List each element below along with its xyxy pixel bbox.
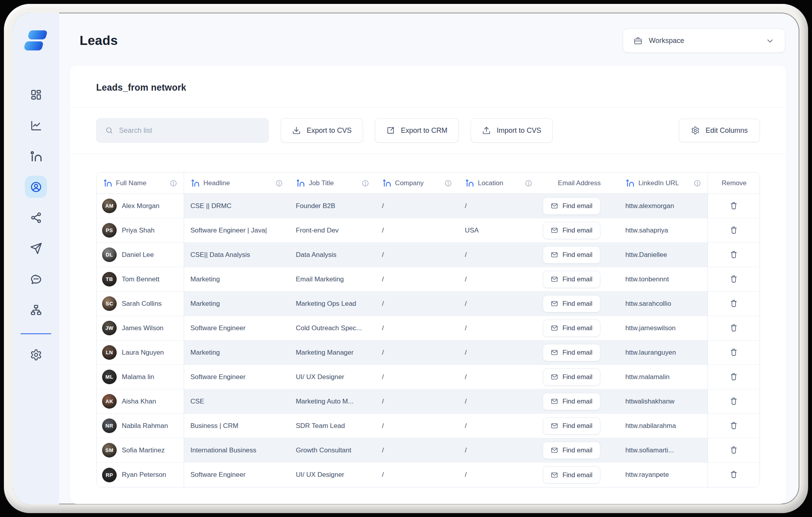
sidebar-item-linkedin[interactable] — [25, 145, 47, 167]
lead-full-name: Priya Shah — [122, 227, 155, 234]
workspace-select[interactable]: Workspace — [623, 28, 785, 53]
lead-linkedin-url: httw.sofiamarti... — [619, 438, 708, 463]
linkedin-badge-icon — [383, 179, 391, 187]
list-title: Leads_from network — [96, 82, 760, 93]
lead-job-title: UI/ UX Designer — [289, 463, 376, 487]
column-header-label: LinkedIn URL — [638, 179, 679, 187]
find-email-button[interactable]: Find email — [543, 442, 600, 459]
lead-company: / — [376, 316, 458, 340]
find-email-button[interactable]: Find email — [543, 368, 600, 386]
lead-headline: Marketing — [184, 292, 289, 316]
find-email-button[interactable]: Find email — [543, 344, 600, 361]
export-crm-button[interactable]: Export to CRM — [375, 118, 459, 143]
trash-icon — [729, 396, 738, 405]
lead-location: / — [458, 194, 539, 218]
delete-row-button[interactable] — [727, 321, 741, 336]
search-input[interactable] — [119, 126, 260, 135]
table-row: ML Malama lin Software Engineer UI/ UX D… — [97, 365, 760, 389]
lead-linkedin-url: httw.Daniellee — [619, 243, 708, 267]
lead-headline: CSE — [184, 389, 289, 414]
delete-row-button[interactable] — [727, 467, 741, 482]
find-email-button[interactable]: Find email — [543, 320, 600, 337]
sidebar-item-chat[interactable] — [25, 268, 47, 290]
lead-linkedin-url: httw.sarahcollio — [619, 292, 708, 316]
info-icon[interactable] — [444, 179, 452, 187]
info-icon[interactable] — [525, 179, 533, 187]
sidebar-item-send[interactable] — [25, 237, 47, 259]
lead-location: / — [458, 267, 539, 292]
find-email-button[interactable]: Find email — [543, 197, 600, 215]
lead-company: / — [376, 389, 458, 414]
delete-row-button[interactable] — [727, 394, 741, 409]
mail-icon — [551, 373, 558, 381]
delete-row-button[interactable] — [727, 223, 741, 238]
find-email-button[interactable]: Find email — [543, 222, 600, 239]
find-email-button[interactable]: Find email — [543, 417, 600, 435]
app-logo[interactable] — [24, 30, 48, 52]
sidebar-item-dashboard[interactable] — [25, 84, 47, 106]
info-icon[interactable] — [169, 179, 177, 187]
chat-bubble-icon — [30, 273, 42, 285]
main-header: Leads Workspace — [70, 23, 786, 53]
leads-card: Leads_from network — [70, 66, 786, 504]
delete-row-button[interactable] — [727, 443, 741, 458]
mail-icon — [551, 202, 558, 210]
find-email-button[interactable]: Find email — [543, 271, 600, 288]
sidebar-item-analytics[interactable] — [25, 114, 47, 136]
delete-row-button[interactable] — [727, 370, 741, 385]
trash-icon — [729, 445, 738, 454]
sidebar-item-org-chart[interactable] — [25, 299, 47, 321]
column-header-label: Full Name — [116, 179, 146, 187]
linkedin-badge-icon — [296, 179, 305, 187]
delete-row-button[interactable] — [727, 272, 741, 287]
delete-row-button[interactable] — [727, 296, 741, 311]
column-header-label: Email Address — [558, 179, 601, 187]
avatar: TB — [102, 272, 117, 286]
search-box[interactable] — [96, 118, 269, 143]
mail-icon — [551, 251, 558, 258]
lead-headline: Software Engineer — [184, 463, 289, 487]
lead-company: / — [376, 267, 458, 292]
info-icon[interactable] — [361, 179, 369, 187]
lead-job-title: Email Marketing — [289, 267, 376, 292]
search-icon — [105, 126, 113, 135]
lead-location: / — [458, 438, 539, 463]
delete-row-button[interactable] — [727, 418, 741, 433]
lead-location: / — [458, 292, 539, 316]
lead-location: / — [458, 365, 539, 389]
sidebar-item-share[interactable] — [25, 206, 47, 229]
sidebar-item-leads-profile[interactable] — [25, 176, 47, 198]
user-circle-icon — [30, 181, 42, 193]
chevron-down-icon — [765, 36, 775, 45]
find-email-button[interactable]: Find email — [543, 295, 600, 312]
lead-job-title: SDR Team Lead — [289, 414, 376, 438]
find-email-button[interactable]: Find email — [543, 393, 600, 410]
lead-full-name: Tom Bennett — [122, 275, 159, 283]
avatar: PS — [102, 223, 117, 238]
lead-headline: CSE|| Data Analysis — [184, 243, 289, 267]
workspace-label: Workspace — [649, 37, 684, 45]
info-icon[interactable] — [693, 179, 701, 187]
info-icon[interactable] — [275, 179, 283, 187]
linkedin-badge-icon — [626, 179, 634, 187]
avatar: AK — [102, 394, 117, 409]
delete-row-button[interactable] — [727, 199, 741, 214]
mail-icon — [551, 446, 558, 454]
sidebar-item-settings[interactable] — [25, 344, 47, 366]
gear-icon — [691, 126, 700, 135]
find-email-button[interactable]: Find email — [543, 466, 600, 484]
delete-row-button[interactable] — [727, 247, 741, 262]
lead-full-name: James Wilson — [122, 324, 164, 332]
upload-icon — [482, 126, 491, 135]
export-cvs-button[interactable]: Export to CVS — [281, 118, 363, 143]
lead-linkedin-url: httw.rayanpete — [619, 463, 708, 487]
avatar: RP — [102, 468, 117, 482]
delete-row-button[interactable] — [727, 345, 741, 360]
table-row: AM Alex Morgan CSE || DRMC Founder B2B /… — [97, 194, 760, 218]
export-box-icon — [386, 126, 395, 135]
find-email-button[interactable]: Find email — [543, 246, 600, 264]
import-cvs-button[interactable]: Import to CVS — [471, 118, 553, 143]
lead-full-name: Ryan Peterson — [122, 471, 166, 479]
lead-linkedin-url: httw.alexmorgan — [619, 194, 708, 218]
edit-columns-button[interactable]: Edit Columns — [679, 119, 760, 142]
